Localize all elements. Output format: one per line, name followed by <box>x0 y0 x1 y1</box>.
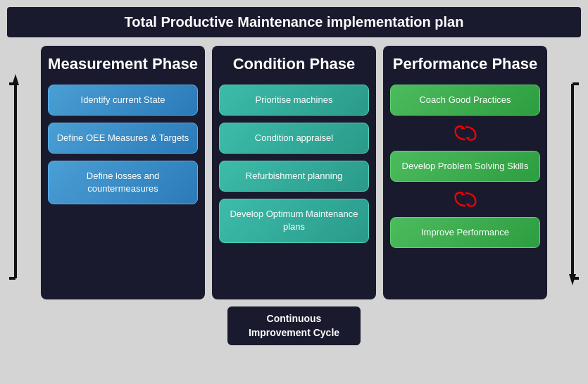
measurement-phase: Measurement Phase Identify current State… <box>41 46 205 299</box>
cycle-arrow-icon-2 <box>453 190 478 209</box>
performance-phase-title: Performance Phase <box>393 54 537 75</box>
measurement-phase-title: Measurement Phase <box>48 54 198 75</box>
main-container: Total Productive Maintenance implementat… <box>0 0 588 384</box>
item-identify-state: Identify current State <box>48 85 198 116</box>
continuous-improvement-label: ContinuousImprovement Cycle <box>227 306 361 345</box>
cycle-arrow-1 <box>390 123 540 144</box>
measurement-items: Identify current State Define OEE Measur… <box>48 85 198 205</box>
item-condition-appraisel: Condition appraisel <box>219 123 369 154</box>
condition-phase-title: Condition Phase <box>233 54 356 75</box>
cycle-arrow-2 <box>390 189 540 210</box>
item-define-oee: Define OEE Measures & Targets <box>48 123 198 154</box>
condition-items: Prioritise machines Condition appraisel … <box>219 85 369 243</box>
left-arrow-icon <box>9 74 22 285</box>
item-refurbishment: Refurbishment planning <box>219 161 369 192</box>
item-prioritise: Prioritise machines <box>219 85 369 116</box>
svg-marker-3 <box>12 74 19 85</box>
performance-phase: Performance Phase Coach Good Practices D… <box>383 46 547 299</box>
item-develop-optimum: Develop Optimum Maintenance plans <box>219 199 369 242</box>
bottom-section: ContinuousImprovement Cycle <box>7 306 581 345</box>
item-coach-practices: Coach Good Practices <box>390 85 540 116</box>
item-improve-performance: Improve Performance <box>390 217 540 248</box>
performance-items: Coach Good Practices Develop Problem Sol… <box>390 85 540 249</box>
right-arrow-icon <box>566 74 579 285</box>
svg-marker-9 <box>460 127 465 130</box>
item-problem-solving: Develop Problem Solving Skills <box>390 151 540 182</box>
page-title: Total Productive Maintenance implementat… <box>7 7 581 37</box>
svg-marker-8 <box>465 137 470 140</box>
condition-phase: Condition Phase Prioritise machines Cond… <box>212 46 376 299</box>
svg-marker-11 <box>460 193 465 196</box>
item-define-losses: Define losses and countermeasures <box>48 161 198 204</box>
svg-marker-10 <box>465 203 470 206</box>
cycle-arrow-icon-1 <box>453 123 478 143</box>
phases-container: Measurement Phase Identify current State… <box>41 46 547 299</box>
